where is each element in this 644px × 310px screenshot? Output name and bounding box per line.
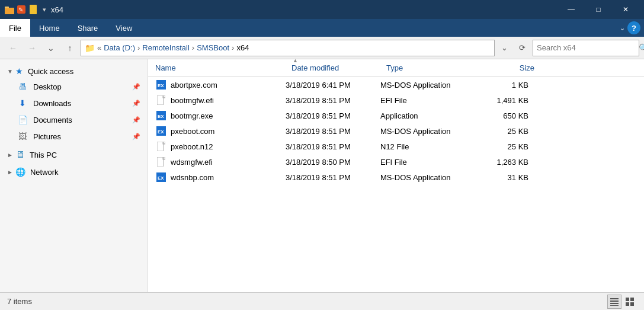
exe-icon: EX bbox=[156, 172, 166, 182]
title-folder-icon bbox=[5, 5, 14, 14]
exe-icon: EX bbox=[156, 80, 166, 90]
svg-text:EX: EX bbox=[158, 83, 164, 88]
table-row[interactable]: pxeboot.n12 3/18/2019 8:51 PM N12 File 2… bbox=[148, 139, 644, 154]
refresh-button[interactable]: ⟳ bbox=[514, 40, 530, 56]
file-size: 1,491 KB bbox=[481, 96, 528, 105]
table-row[interactable]: EX pxeboot.com 3/18/2019 8:51 PM MS-DOS … bbox=[148, 123, 644, 139]
path-remoteinstall[interactable]: RemoteInstall bbox=[142, 43, 189, 52]
address-dropdown-button[interactable]: ⌄ bbox=[497, 40, 511, 56]
svg-text:✎: ✎ bbox=[18, 7, 23, 13]
file-name-cell: wdsmgfw.efi bbox=[155, 156, 286, 168]
menu-chevron-icon[interactable]: ⌄ bbox=[620, 24, 625, 32]
menu-view[interactable]: View bbox=[107, 19, 141, 37]
table-row[interactable]: EX wdsnbp.com 3/18/2019 8:51 PM MS-DOS A… bbox=[148, 170, 644, 185]
path-x64: x64 bbox=[236, 43, 249, 52]
view-buttons bbox=[607, 295, 637, 309]
file-type: EFI File bbox=[380, 158, 481, 167]
svg-rect-4 bbox=[30, 5, 37, 14]
address-path[interactable]: 📁 « Data (D:) › RemoteInstall › SMSBoot … bbox=[81, 40, 495, 56]
col-date-header[interactable]: Date modified bbox=[291, 63, 386, 72]
path-smsboot[interactable]: SMSBoot bbox=[197, 43, 229, 52]
file-name: pxeboot.n12 bbox=[171, 142, 213, 151]
file-type: N12 File bbox=[380, 142, 481, 151]
file-type: MS-DOS Application bbox=[380, 81, 481, 90]
up-button[interactable]: ↑ bbox=[62, 40, 78, 56]
file-icon bbox=[155, 140, 167, 152]
dropdown-nav-button[interactable]: ⌄ bbox=[43, 40, 59, 56]
title-bar-icons: ✎ ▾ bbox=[5, 5, 46, 14]
menu-bar: File Home Share View ⌄ ? bbox=[0, 19, 644, 37]
menu-home[interactable]: Home bbox=[30, 19, 69, 37]
svg-rect-23 bbox=[610, 301, 619, 302]
file-size: 1 KB bbox=[481, 81, 528, 90]
table-row[interactable]: EX bootmgr.exe 3/18/2019 8:51 PM Applica… bbox=[148, 108, 644, 123]
network-arrow: ► bbox=[7, 169, 13, 175]
file-name-cell: EX pxeboot.com bbox=[155, 125, 286, 137]
details-view-button[interactable] bbox=[607, 295, 621, 309]
file-name: pxeboot.com bbox=[171, 127, 214, 136]
menu-share[interactable]: Share bbox=[69, 19, 107, 37]
sidebar-item-documents[interactable]: 📄 Documents 📌 bbox=[0, 111, 148, 128]
menu-file[interactable]: File bbox=[0, 19, 30, 37]
downloads-icon: ⬇ bbox=[17, 97, 28, 109]
quick-access-header[interactable]: ▼ ★ Quick access bbox=[0, 64, 148, 78]
file-size: 1,263 KB bbox=[481, 158, 528, 167]
file-icon bbox=[157, 157, 165, 167]
file-name-cell: EX bootmgr.exe bbox=[155, 110, 286, 122]
col-type-header[interactable]: Type bbox=[386, 63, 487, 72]
forward-button[interactable]: → bbox=[24, 40, 40, 56]
close-button[interactable]: ✕ bbox=[612, 0, 639, 19]
downloads-label: Downloads bbox=[33, 99, 130, 108]
file-name-cell: EX abortpxe.com bbox=[155, 79, 286, 91]
svg-text:EX: EX bbox=[158, 129, 164, 135]
col-size-header[interactable]: Size bbox=[487, 63, 534, 72]
table-row[interactable]: EX abortpxe.com 3/18/2019 6:41 PM MS-DOS… bbox=[148, 77, 644, 92]
maximize-button[interactable]: □ bbox=[585, 0, 612, 19]
file-content-area: ▲ Name Date modified Type Size EX bbox=[148, 59, 644, 292]
file-name-cell: EX wdsnbp.com bbox=[155, 171, 286, 183]
sidebar-item-downloads[interactable]: ⬇ Downloads 📌 bbox=[0, 95, 148, 111]
thispc-header[interactable]: ► 🖥 This PC bbox=[0, 147, 148, 162]
quick-access-label: Quick access bbox=[28, 67, 73, 76]
table-row[interactable]: bootmgfw.efi 3/18/2019 8:51 PM EFI File … bbox=[148, 92, 644, 108]
table-row[interactable]: wdsmgfw.efi 3/18/2019 8:50 PM EFI File 1… bbox=[148, 154, 644, 170]
svg-rect-29 bbox=[630, 302, 634, 306]
thispc-arrow: ► bbox=[7, 152, 13, 158]
large-icons-button[interactable] bbox=[623, 295, 637, 309]
menu-bar-right: ⌄ ? bbox=[620, 19, 644, 37]
sidebar-item-desktop[interactable]: 🖶 Desktop 📌 bbox=[0, 78, 148, 95]
title-pin-icon bbox=[28, 5, 38, 14]
path-data-d[interactable]: Data (D:) bbox=[104, 43, 135, 52]
documents-label: Documents bbox=[33, 116, 130, 124]
file-size: 25 KB bbox=[481, 127, 528, 136]
svg-rect-1 bbox=[5, 7, 9, 8]
network-header[interactable]: ► 🌐 Network bbox=[0, 165, 148, 179]
file-icon: EX bbox=[155, 110, 167, 122]
file-date: 3/18/2019 8:50 PM bbox=[286, 158, 380, 167]
search-icon: 🔍 bbox=[639, 43, 644, 53]
help-button[interactable]: ? bbox=[627, 21, 640, 34]
main-layout: ▼ ★ Quick access 🖶 Desktop 📌 ⬇ Downloads… bbox=[0, 59, 644, 292]
column-header: ▲ Name Date modified Type Size bbox=[148, 59, 644, 77]
status-bar: 7 items bbox=[0, 292, 644, 310]
sidebar-item-pictures[interactable]: 🖼 Pictures 📌 bbox=[0, 128, 148, 145]
documents-icon: 📄 bbox=[17, 114, 28, 126]
title-separator: ▾ bbox=[43, 6, 46, 14]
search-input[interactable] bbox=[537, 43, 636, 52]
file-icon bbox=[157, 95, 165, 105]
exe-icon: EX bbox=[156, 111, 166, 120]
file-name: bootmgr.exe bbox=[171, 111, 213, 120]
title-bar: ✎ ▾ x64 — □ ✕ bbox=[0, 0, 644, 19]
path-arrow-2: › bbox=[192, 43, 194, 52]
item-count: 7 items bbox=[7, 297, 32, 306]
exe-icon: EX bbox=[156, 126, 166, 136]
file-type: MS-DOS Application bbox=[380, 173, 481, 182]
details-view-icon bbox=[610, 297, 619, 306]
file-name: wdsmgfw.efi bbox=[171, 158, 213, 167]
svg-rect-24 bbox=[610, 303, 619, 304]
documents-pin-icon: 📌 bbox=[132, 116, 140, 124]
back-button[interactable]: ← bbox=[5, 40, 21, 56]
minimize-button[interactable]: — bbox=[558, 0, 585, 19]
file-type: Application bbox=[380, 111, 481, 120]
col-name-header[interactable]: Name bbox=[155, 63, 291, 72]
